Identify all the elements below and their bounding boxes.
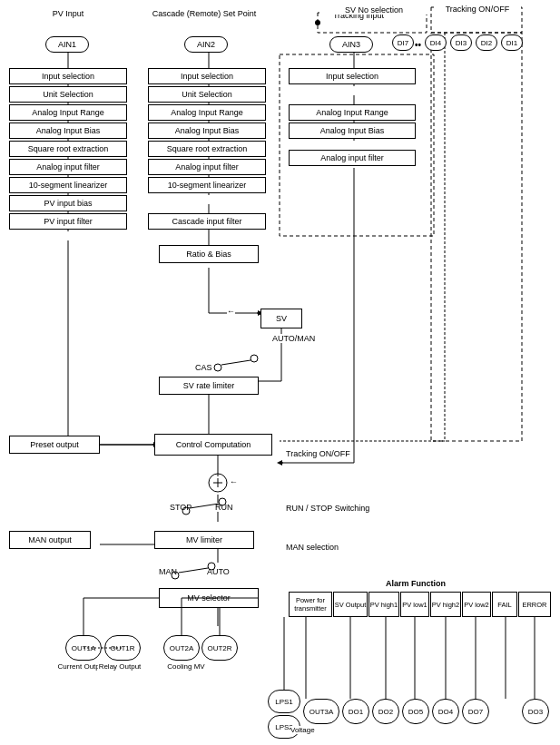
pv-analog-input-range-box: Analog Input Range: [9, 104, 127, 121]
sv-no-selection-label: SV No selection: [319, 5, 428, 15]
sum-arrow: ←: [230, 477, 238, 486]
cascade-label: Cascade (Remote) Set Point: [145, 9, 263, 18]
mv-selector-box: MV selector: [159, 588, 259, 608]
pv-input-label: PV Input: [32, 9, 104, 18]
do4-circle: DO4: [432, 699, 459, 724]
cascade-unit-selection-box: Unit Selection: [148, 86, 266, 103]
man-selection-label: MAN selection: [286, 543, 339, 552]
svg-point-65: [172, 572, 179, 579]
mv-limiter-box: MV limiter: [154, 531, 254, 549]
pv-analog-filter-box: Analog input filter: [9, 159, 127, 175]
sv-box: SV: [260, 309, 302, 328]
cascade-square-root-box: Square root extraction: [148, 141, 266, 157]
cascade-input-selection-box: Input selection: [148, 68, 266, 84]
svg-line-67: [179, 568, 208, 573]
run-stop-label: RUN / STOP Switching: [286, 504, 369, 513]
di2-circle: DI2: [476, 34, 497, 51]
do7-circle: DO7: [462, 699, 489, 724]
svg-rect-3: [431, 33, 522, 441]
control-computation-box: Control Computation: [154, 434, 272, 456]
pv-analog-input-bias-box: Analog Input Bias: [9, 123, 127, 139]
do5-circle: DO5: [402, 699, 429, 724]
out2a-circle: OUT2A: [163, 635, 200, 661]
tracking-input-selection-box: Input selection: [289, 68, 416, 84]
tracking-onoff-right-label: Tracking ON/OFF: [286, 449, 350, 458]
tracking-analog-input-range-box: Analog Input Range: [289, 104, 416, 121]
alarm-pv-low1-box: PV low1: [400, 592, 429, 617]
svg-point-56: [214, 364, 221, 371]
ain2-circle: AIN2: [184, 36, 228, 53]
out1r-circle: OUT1R: [104, 635, 141, 661]
pv-unit-selection-box: Unit Selection: [9, 86, 127, 103]
do3-circle: DO3: [522, 699, 549, 724]
tracking-analog-input-bias-box: Analog Input Bias: [289, 123, 416, 139]
di7-circle: DI7: [392, 34, 414, 51]
alarm-sv-output-box: SV Output: [333, 592, 368, 617]
cascade-input-filter-box: Cascade input filter: [148, 213, 266, 230]
alarm-pv-high2-box: PV high2: [430, 592, 461, 617]
sv-arrow-label: ←: [227, 307, 235, 316]
di1-circle: DI1: [501, 34, 523, 51]
di-dots: ••: [415, 40, 421, 50]
di4-circle: DI4: [425, 34, 447, 51]
auto-man-label: AUTO/MAN: [272, 334, 315, 343]
cascade-analog-input-range-box: Analog Input Range: [148, 104, 266, 121]
do2-circle: DO2: [372, 699, 399, 724]
pv-10segment-box: 10-segment linearizer: [9, 177, 127, 193]
out2r-circle: OUT2R: [201, 635, 238, 661]
sv-rate-limiter-box: SV rate limiter: [159, 377, 259, 395]
pv-input-bias-box: PV input bias: [9, 195, 127, 211]
ratio-bias-box: Ratio & Bias: [159, 245, 259, 263]
cascade-analog-input-bias-box: Analog Input Bias: [148, 123, 266, 139]
svg-point-66: [208, 563, 215, 570]
alarm-pv-low2-box: PV low2: [462, 592, 491, 617]
alarm-pv-high1-box: PV high1: [368, 592, 399, 617]
man-output-box: MAN output: [9, 531, 91, 549]
alarm-function-label: Alarm Function: [386, 579, 446, 588]
svg-point-62: [182, 507, 190, 515]
cooling-mv-label: Cooling MV: [159, 662, 213, 671]
preset-output-box: Preset output: [9, 436, 100, 454]
cascade-analog-filter-box: Analog input filter: [148, 159, 266, 175]
tracking-analog-filter-box: Analog input filter: [289, 150, 416, 166]
svg-point-63: [219, 498, 226, 505]
alarm-fail-box: FAIL: [492, 592, 517, 617]
ain3-circle: AIN3: [329, 36, 373, 53]
alarm-error-box: ERROR: [518, 592, 551, 617]
voltage-label: Voltage: [290, 726, 315, 734]
ain1-circle: AIN1: [45, 36, 89, 53]
cascade-10segment-box: 10-segment linearizer: [148, 177, 266, 193]
relay-output-label: Relay Output: [98, 662, 142, 671]
do1-circle: DO1: [342, 699, 369, 724]
pv-square-root-box: Square root extraction: [9, 141, 127, 157]
svg-point-55: [315, 20, 320, 25]
svg-line-64: [190, 504, 219, 508]
di3-circle: DI3: [450, 34, 472, 51]
pv-input-filter-box: PV input filter: [9, 213, 127, 230]
out1a-circle: OUT1A: [65, 635, 102, 661]
svg-line-58: [221, 360, 251, 365]
alarm-power-box: Power for transmitter: [289, 592, 332, 617]
pv-input-selection-box: Input selection: [9, 68, 127, 84]
out3a-circle: OUT3A: [303, 699, 339, 724]
tracking-onoff-top-label: Tracking ON/OFF: [434, 5, 521, 14]
lps1-circle: LPS1: [268, 690, 300, 713]
svg-point-57: [251, 355, 258, 362]
